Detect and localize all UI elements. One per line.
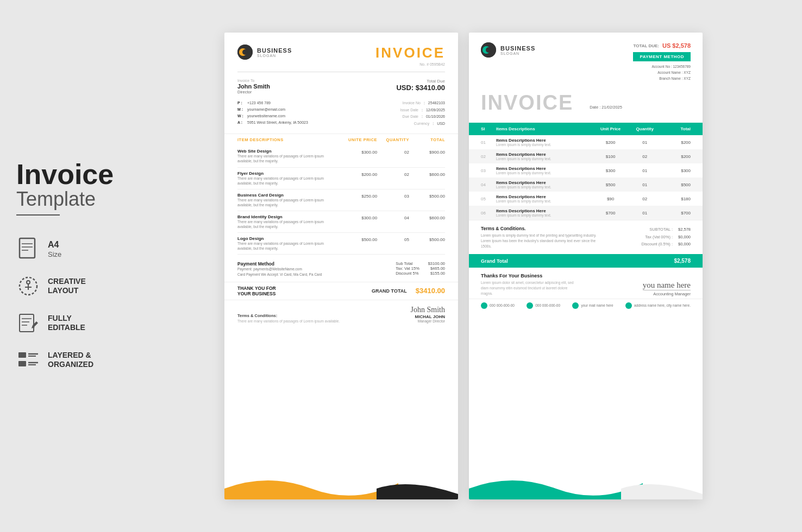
- row3-desc: Business Card Design There are many vari…: [237, 193, 337, 207]
- signature-role: Manager Director: [411, 319, 445, 323]
- pm-card: Card Payment We Accept: Vi Card, Ma Card…: [237, 272, 322, 277]
- r2-sl: 02: [481, 154, 496, 159]
- brand-icon-1: [237, 45, 253, 60]
- r5-qty: 02: [630, 197, 660, 201]
- inv2-totals-block: SUBTOTAL : $2,578 Tax (Vat 00%) : $0,000…: [607, 226, 691, 249]
- table-row: 04 Items Descriptions Here Lorem ipsum i…: [469, 178, 703, 192]
- client-title: Director: [237, 90, 270, 94]
- table-row: Logo Design There are many variations of…: [237, 233, 445, 255]
- row3-price: $250.00: [337, 193, 377, 207]
- svg-rect-12: [18, 352, 26, 358]
- issue-date-label: Issue Date: [400, 107, 418, 114]
- total-due-amount: USD: $3410.00: [396, 84, 445, 92]
- r2-desc: Items Descriptions Here Lorem ipsum is s…: [496, 152, 591, 161]
- inv2-subtotal-row: SUBTOTAL : $2,578: [607, 226, 691, 233]
- brand-slogan-2: SLOGAN: [500, 52, 535, 55]
- inv2-invoice-block: INVOICE Date : 21/02/2025: [469, 87, 703, 118]
- inv2-payment-badge: PAYMENT METHOD: [633, 52, 691, 61]
- layered-label1: LAYERED &: [48, 351, 93, 360]
- svg-point-20: [242, 49, 248, 55]
- feature-creative: CREATIVE LAYOUT: [16, 274, 109, 298]
- table-row: 05 Items Descriptions Here Lorem ipsum i…: [481, 192, 691, 206]
- table-row: 06 Items Descriptions Here Lorem ipsum i…: [469, 206, 703, 220]
- r3-desc: Items Descriptions Here Lorem ipsum is s…: [496, 166, 591, 175]
- r3-qty: 01: [630, 168, 660, 173]
- inv2-sig-name: you name here: [643, 281, 691, 290]
- svg-point-23: [486, 47, 491, 53]
- inv2-summary: Terms & Conditions. Lorem ipsum is simpl…: [469, 220, 703, 254]
- r4-qty: 01: [630, 182, 660, 187]
- inv2-thank-left: Thanks For Your Business Lorem ipsum dol…: [481, 273, 579, 296]
- svg-rect-8: [20, 314, 34, 332]
- terms-title: Terms & Conditions:: [237, 313, 340, 318]
- inv2-branch-name: Branch Name : XYZ: [633, 75, 691, 81]
- inv2-right: TOTAL DUE: US $2,578 PAYMENT METHOD Acco…: [633, 42, 691, 81]
- table-row: 03 Items Descriptions Here Lorem ipsum i…: [481, 163, 691, 178]
- inv2-th-desc: Items Descriptions: [496, 126, 591, 131]
- row3-total: $500.00: [409, 193, 445, 207]
- inv2-terms-title: Terms & Conditions.: [481, 226, 607, 231]
- r2-text: Lorem ipsum is simply dummy text.: [496, 157, 591, 161]
- inv1-table-header: ITEM DESCRIPTIONS UNITE PRICE QUANTITY T…: [224, 134, 458, 145]
- row3-text: There are many variations of passages of…: [237, 198, 337, 207]
- contact-phone2: 000 000-000-00: [535, 303, 560, 307]
- due-date-row: Due Date : 01/10/2026: [400, 113, 445, 121]
- editable-text: FULLY EDITABLE: [48, 314, 85, 332]
- tax-label: Tax: Vat 15%: [396, 266, 419, 271]
- inv2-date-block: Date : 21/02/2025: [590, 105, 622, 113]
- invoice-card-2: BUSINESS SLOGAN TOTAL DUE: US $2,578 PAY…: [469, 33, 703, 499]
- inv2-thank-title: Thanks For Your Business: [481, 273, 579, 278]
- grand-total-right: GRAND TOTAL $3410.00: [372, 287, 445, 295]
- sidebar: Invoice Template A4 Size: [0, 138, 125, 394]
- invoice-no-sep: :: [424, 100, 425, 107]
- inv2-gt-label: Grand Total: [481, 258, 508, 264]
- table-row: Business Card Design There are many vari…: [237, 189, 445, 211]
- inv2-discount-value: $0,000: [678, 240, 691, 248]
- r4-text: Lorem ipsum is simply dummy text.: [496, 185, 591, 189]
- row4-total: $600.00: [409, 214, 445, 229]
- r6-title: Items Descriptions Here: [496, 208, 591, 213]
- feature-layered: LAYERED & ORGANIZED: [16, 348, 109, 372]
- row2-desc: Flyer Design There are many variations o…: [237, 171, 337, 186]
- inv2-payment-details: Account No : 123456789 Account Name : XY…: [633, 64, 691, 81]
- sidebar-divider: [16, 214, 60, 216]
- phone2-icon: [527, 302, 533, 309]
- inv2-terms-block: Terms & Conditions. Lorem ipsum is simpl…: [481, 226, 607, 249]
- addr-label: A :: [237, 119, 244, 126]
- client-name: John Smith: [237, 83, 270, 90]
- web-label: W :: [237, 113, 244, 119]
- creative-icon: [16, 274, 40, 298]
- r6-qty: 01: [630, 211, 660, 216]
- inv1-th-desc: ITEM DESCRIPTIONS: [237, 137, 337, 142]
- inv2-date-label: Date: [590, 105, 598, 110]
- subtotal-value: $3100.00: [428, 261, 445, 266]
- row5-total: $500.00: [409, 236, 445, 251]
- table-row: 02 Items Descriptions Here Lorem ipsum i…: [469, 149, 703, 163]
- brand-name-1: BUSINESS: [257, 47, 292, 54]
- contact-phone: 000 000-000-00: [490, 303, 515, 307]
- currency-row: Currency : USD: [400, 121, 445, 128]
- layered-icon: [16, 348, 40, 372]
- row1-price: $300.00: [337, 149, 377, 163]
- r3-sl: 03: [481, 168, 496, 173]
- row5-desc: Logo Design There are many variations of…: [237, 236, 337, 251]
- payment-right: Sub Total $3100.00 Tax: Vat 15% $465.00 …: [396, 261, 445, 276]
- phone-value: +123 456 789: [247, 100, 271, 106]
- inv1-contact-left: P : +123 456 789 M : yourname@email.com …: [237, 100, 308, 127]
- inv1-invoice-details: Invoice No : 25482103 Issue Date : 12/09…: [400, 100, 445, 127]
- inv2-total-due-amount: US $2,578: [662, 42, 691, 49]
- inv1-footer: [224, 472, 458, 499]
- email-icon: [572, 302, 579, 309]
- r2-title: Items Descriptions Here: [496, 152, 591, 157]
- tax-row: Tax: Vat 15% $465.00: [396, 266, 445, 271]
- row1-title: Web Site Design: [237, 149, 337, 154]
- table-row: Brand Identity Design There are many var…: [237, 211, 445, 233]
- row4-qty: 04: [377, 214, 409, 229]
- inv1-header: BUSINESS SLOGAN INVOICE No. # 0595B42: [224, 33, 458, 72]
- inv2-table-header: Sl Items Descriptions Unit Price Quantit…: [469, 123, 703, 135]
- inv2-th-price: Unit Price: [591, 126, 629, 131]
- r5-desc: Items Descriptions Here Lorem ipsum is s…: [496, 194, 591, 203]
- inv2-date-value: 21/02/2025: [602, 105, 622, 110]
- brand-text-1: BUSINESS SLOGAN: [257, 47, 292, 58]
- row2-total: $600.00: [409, 171, 445, 186]
